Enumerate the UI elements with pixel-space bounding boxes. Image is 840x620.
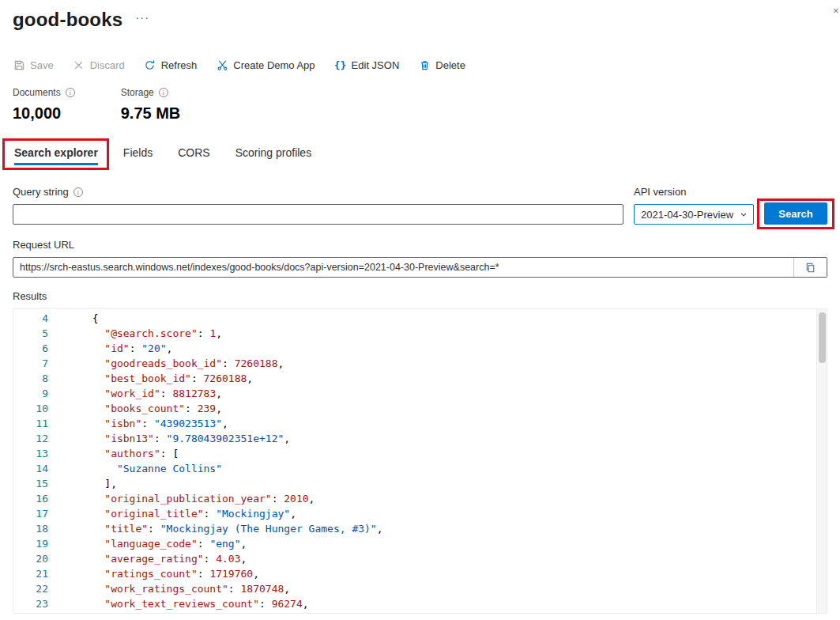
line-number: 18 [13,521,48,536]
edit-json-label: Edit JSON [352,59,400,71]
create-demo-app-button[interactable]: Create Demo App [216,59,315,71]
save-button[interactable]: Save [13,59,54,71]
line-number: 19 [13,536,48,551]
code-line: 15 ], [13,476,827,491]
code-line: 16 "original_publication_year": 2010, [13,491,827,506]
code-line: 22 "work_ratings_count": 1870748, [13,581,827,596]
request-url-label: Request URL [13,239,74,251]
info-icon [159,88,168,97]
delete-button[interactable]: Delete [418,59,465,71]
storage-label: Storage [121,87,154,98]
code-line: 10 "books_count": 239, [13,401,827,416]
line-number: 6 [13,341,48,356]
copy-icon [804,262,816,274]
line-number: 8 [13,371,48,386]
results-panel: 4 {5 "@search.score": 1,6 "id": "20",7 "… [13,308,827,614]
create-demo-app-label: Create Demo App [233,59,315,71]
line-number: 24 [13,611,48,614]
tab-label: Search explorer [14,146,98,159]
results-code: 4 {5 "@search.score": 1,6 "id": "20",7 "… [13,309,827,614]
query-string-input[interactable] [13,204,623,225]
request-url-section: Request URL [13,239,827,278]
tab-search-explorer[interactable]: Search explorer [13,145,100,165]
refresh-button[interactable]: Refresh [144,59,198,71]
more-options-icon[interactable]: ··· [135,10,149,24]
line-number: 16 [13,491,48,506]
code-line: 21 "ratings_count": 1719760, [13,566,827,581]
index-blade: × good-books ··· Save Discard Refresh [0,0,840,620]
line-number: 22 [13,581,48,596]
storage-size: 9.75 MB [121,104,181,123]
code-line: 13 "authors": [ [13,446,827,461]
storage-stat: Storage 9.75 MB [121,87,181,123]
header: good-books ··· [13,8,827,32]
line-number: 5 [13,326,48,341]
save-label: Save [30,59,54,71]
results-section: Results 4 {5 "@search.score": 1,6 "id": … [13,290,827,614]
tab-bar: Search explorer Fields CORS Scoring prof… [13,145,827,165]
documents-label: Documents [13,87,61,98]
line-number: 14 [13,461,48,476]
code-line: 18 "title": "Mockingjay (The Hunger Game… [13,521,827,536]
documents-stat: Documents 10,000 [13,87,75,123]
code-line: 5 "@search.score": 1, [13,326,827,341]
line-number: 10 [13,401,48,416]
tab-label: Scoring profiles [235,146,312,159]
results-scrollbar[interactable] [816,309,827,613]
discard-button[interactable]: Discard [73,59,125,71]
code-line: 23 "work_text_reviews_count": 96274, [13,596,827,611]
documents-count: 10,000 [13,104,75,123]
scrollbar-thumb[interactable] [819,312,826,363]
api-version-value: 2021-04-30-Preview [641,209,733,221]
refresh-label: Refresh [161,59,198,71]
request-url-input[interactable] [13,258,793,277]
discard-icon [73,59,85,71]
code-line: 8 "best_book_id": 7260188, [13,371,827,386]
api-version-label: API version [634,186,686,198]
code-line: 11 "isbn": "439023513", [13,416,827,431]
edit-json-icon: {} [334,59,347,71]
code-line: 7 "goodreads_book_id": 7260188, [13,356,827,371]
info-icon [66,88,75,97]
code-line: 12 "isbn13": "9.78043902351e+12", [13,431,827,446]
tab-cors[interactable]: CORS [176,145,211,165]
line-number: 4 [13,311,48,326]
code-line: 4 { [13,311,827,326]
refresh-icon [144,59,156,71]
tab-label: CORS [178,146,209,159]
line-number: 15 [13,476,48,491]
api-version-dropdown[interactable]: 2021-04-30-Preview [634,204,754,225]
edge-clipped-icon: × [833,5,840,17]
command-bar: Save Discard Refresh Create Demo App {} … [13,59,827,71]
code-line: 20 "average_rating": 4.03, [13,551,827,566]
delete-label: Delete [435,59,465,71]
request-url-box [13,257,827,278]
line-number: 11 [13,416,48,431]
line-number: 20 [13,551,48,566]
line-number: 9 [13,386,48,401]
code-line: 9 "work_id": 8812783, [13,386,827,401]
page-title: good-books [13,8,122,32]
chevron-down-icon [739,210,748,219]
line-number: 12 [13,431,48,446]
tab-fields[interactable]: Fields [122,145,154,165]
delete-icon [418,59,431,71]
tab-scoring-profiles[interactable]: Scoring profiles [234,145,314,165]
code-line: 6 "id": "20", [13,341,827,356]
tab-label: Fields [123,146,153,159]
code-line: 19 "language_code": "eng", [13,536,827,551]
line-number: 23 [13,596,48,611]
line-number: 17 [13,506,48,521]
results-label: Results [13,290,47,302]
info-icon [73,187,83,197]
search-button[interactable]: Search [764,202,827,225]
line-number: 7 [13,356,48,371]
query-row: Query string API version 2021-04-30-Prev… [13,186,827,225]
discard-label: Discard [90,59,125,71]
line-number: 21 [13,566,48,581]
edit-json-button[interactable]: {} Edit JSON [334,59,400,71]
code-line: 24 "ratings_1": 30144, [13,611,827,614]
save-icon [13,59,25,71]
line-number: 13 [13,446,48,461]
copy-url-button[interactable] [793,258,827,277]
